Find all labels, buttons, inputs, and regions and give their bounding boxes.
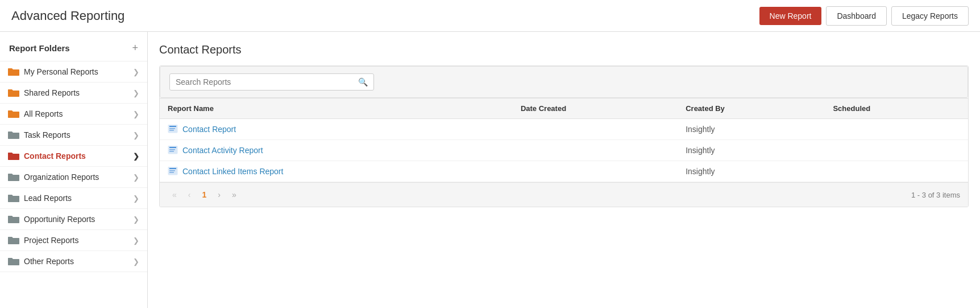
search-bar-wrapper: 🔍 — [160, 66, 968, 98]
svg-rect-7 — [169, 151, 174, 152]
sidebar-item-label: My Personal Reports — [24, 67, 98, 76]
search-icon: 🔍 — [358, 77, 368, 87]
cell-created-by: Insightly — [678, 161, 825, 182]
search-bar: 🔍 — [169, 73, 374, 91]
svg-rect-5 — [169, 147, 176, 148]
sidebar-item-all[interactable]: All Reports ❯ — [0, 104, 147, 125]
sidebar-item-left: Opportunity Reports — [8, 215, 95, 224]
report-link[interactable]: Contact Linked Items Report — [168, 167, 505, 176]
sidebar-items-container: My Personal Reports ❯ Shared Reports ❯ A… — [0, 61, 147, 272]
search-input[interactable] — [176, 77, 355, 87]
cell-report-name: Contact Activity Report — [160, 140, 513, 161]
sidebar-item-left: Organization Reports — [8, 173, 99, 182]
svg-rect-1 — [169, 126, 176, 127]
sidebar-item-label: Other Reports — [24, 257, 74, 266]
legacy-reports-button[interactable]: Legacy Reports — [891, 6, 969, 26]
folder-icon — [8, 67, 19, 76]
chevron-icon: ❯ — [133, 131, 139, 139]
cell-created-by: Insightly — [678, 140, 825, 161]
content-title: Contact Reports — [159, 43, 969, 56]
col-report-name: Report Name — [160, 98, 513, 119]
col-date-created: Date Created — [513, 98, 678, 119]
folder-icon — [8, 194, 19, 203]
folder-icon — [8, 109, 19, 118]
page-next-button[interactable]: › — [213, 187, 225, 202]
sidebar-item-organization[interactable]: Organization Reports ❯ — [0, 167, 147, 188]
sidebar-item-left: Shared Reports — [8, 88, 80, 97]
svg-rect-6 — [169, 149, 175, 150]
sidebar-item-shared[interactable]: Shared Reports ❯ — [0, 83, 147, 104]
report-icon — [168, 146, 178, 155]
cell-date-created — [513, 140, 678, 161]
sidebar-title: Report Folders — [9, 43, 70, 53]
report-icon — [168, 167, 178, 176]
sidebar-item-label: Opportunity Reports — [24, 215, 95, 224]
add-folder-icon[interactable]: + — [132, 42, 138, 54]
sidebar-item-my-personal[interactable]: My Personal Reports ❯ — [0, 61, 147, 83]
sidebar-item-lead[interactable]: Lead Reports ❯ — [0, 188, 147, 209]
sidebar-item-left: Contact Reports — [8, 151, 86, 161]
table-row: Contact Activity Report Insightly — [160, 140, 968, 161]
sidebar-item-label: Shared Reports — [24, 88, 80, 97]
folder-icon — [8, 215, 19, 224]
svg-rect-2 — [169, 128, 175, 129]
page-title: Advanced Reporting — [11, 9, 124, 23]
report-table: Report Name Date Created Created By Sche… — [160, 98, 968, 182]
report-link[interactable]: Contact Activity Report — [168, 146, 505, 155]
main-layout: Report Folders + My Personal Reports ❯ S… — [0, 32, 980, 308]
sidebar-item-other[interactable]: Other Reports ❯ — [0, 251, 147, 272]
content-panel: 🔍 Report Name Date Created Created By Sc… — [159, 65, 969, 207]
sidebar-item-opportunity[interactable]: Opportunity Reports ❯ — [0, 209, 147, 230]
folder-icon — [8, 88, 19, 97]
header-buttons: New Report Dashboard Legacy Reports — [759, 6, 969, 26]
report-name-text: Contact Linked Items Report — [182, 167, 283, 176]
chevron-icon: ❯ — [133, 173, 139, 182]
svg-rect-9 — [169, 168, 176, 169]
page-last-button[interactable]: » — [227, 187, 241, 202]
folder-icon — [8, 236, 19, 245]
folder-icon — [8, 130, 19, 139]
sidebar-item-label: All Reports — [24, 109, 63, 118]
cell-scheduled — [825, 119, 968, 140]
new-report-button[interactable]: New Report — [759, 7, 822, 25]
table-row: Contact Linked Items Report Insightly — [160, 161, 968, 182]
sidebar-item-project[interactable]: Project Reports ❯ — [0, 230, 147, 251]
page-prev-button[interactable]: ‹ — [184, 187, 196, 202]
sidebar-item-label: Contact Reports — [24, 151, 86, 161]
sidebar-item-left: Project Reports — [8, 236, 78, 245]
chevron-icon: ❯ — [133, 152, 139, 161]
sidebar-item-label: Lead Reports — [24, 194, 72, 203]
pagination-controls: « ‹ 1 › » — [168, 187, 241, 202]
sidebar-header: Report Folders + — [0, 32, 147, 61]
page-1-button[interactable]: 1 — [197, 187, 211, 202]
table-row: Contact Report Insightly — [160, 119, 968, 140]
cell-date-created — [513, 161, 678, 182]
cell-scheduled — [825, 140, 968, 161]
header: Advanced Reporting New Report Dashboard … — [0, 0, 980, 32]
report-name-text: Contact Activity Report — [182, 146, 263, 155]
table-header: Report Name Date Created Created By Sche… — [160, 98, 968, 119]
page-first-button[interactable]: « — [168, 187, 181, 202]
sidebar: Report Folders + My Personal Reports ❯ S… — [0, 32, 148, 308]
chevron-icon: ❯ — [133, 236, 139, 245]
sidebar-item-left: Lead Reports — [8, 194, 72, 203]
cell-scheduled — [825, 161, 968, 182]
sidebar-item-task[interactable]: Task Reports ❯ — [0, 125, 147, 146]
dashboard-button[interactable]: Dashboard — [826, 6, 887, 26]
cell-report-name: Contact Linked Items Report — [160, 161, 513, 182]
chevron-icon: ❯ — [133, 215, 139, 224]
svg-rect-11 — [169, 172, 174, 173]
chevron-icon: ❯ — [133, 110, 139, 118]
cell-date-created — [513, 119, 678, 140]
sidebar-item-label: Task Reports — [24, 130, 70, 139]
cell-report-name: Contact Report — [160, 119, 513, 140]
content-area: Contact Reports 🔍 Report Name Date Creat… — [148, 32, 980, 308]
chevron-icon: ❯ — [133, 257, 139, 266]
sidebar-item-left: All Reports — [8, 109, 63, 118]
sidebar-item-left: Task Reports — [8, 130, 70, 139]
sidebar-item-contact[interactable]: Contact Reports ❯ — [0, 146, 147, 167]
svg-rect-3 — [169, 130, 174, 131]
col-scheduled: Scheduled — [825, 98, 968, 119]
report-link[interactable]: Contact Report — [168, 125, 505, 134]
chevron-icon: ❯ — [133, 194, 139, 203]
